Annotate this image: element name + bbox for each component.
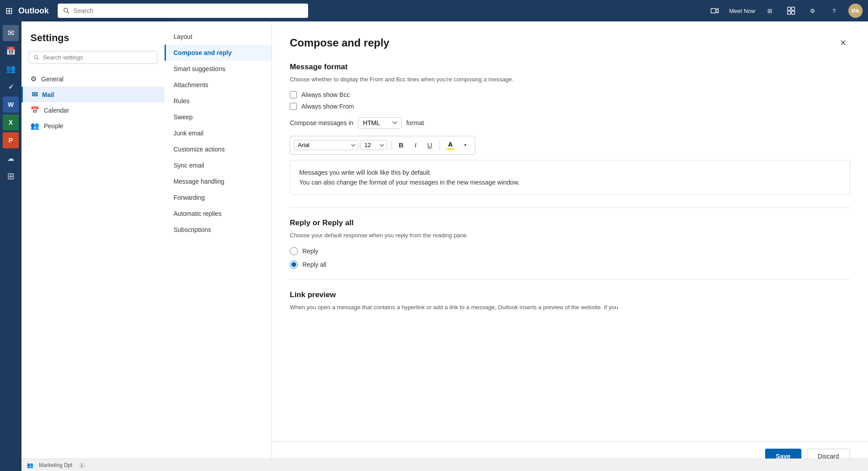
- submenu-layout[interactable]: Layout: [165, 29, 271, 45]
- reply-radio[interactable]: [290, 247, 298, 255]
- people-label: People: [44, 122, 64, 130]
- settings-content: Compose and reply ✕ Message format Choos…: [272, 21, 868, 471]
- reply-all-radio-row: Reply all: [290, 261, 850, 269]
- submenu-smart-suggestions[interactable]: Smart suggestions: [165, 61, 271, 77]
- section-divider-2: [290, 279, 850, 280]
- link-preview-desc: When you open a message that contains a …: [290, 303, 850, 312]
- preview-line2: You can also change the format of your m…: [299, 177, 841, 187]
- always-show-bcc-checkbox[interactable]: [290, 91, 297, 98]
- general-label: General: [41, 76, 64, 83]
- calendar-label: Calendar: [44, 107, 69, 114]
- app-sidebar: ✉ 📅 👥 ✓ W X P ☁ ⊞: [0, 21, 21, 471]
- powerpoint-app-icon[interactable]: P: [3, 132, 19, 148]
- meet-now-icon[interactable]: [707, 4, 722, 18]
- message-preview: Messages you write will look like this b…: [290, 160, 850, 195]
- font-color-button[interactable]: A: [444, 140, 457, 151]
- settings-search-input[interactable]: [43, 54, 152, 61]
- bottom-group-icon: 👥: [27, 462, 34, 468]
- format-dropdown[interactable]: HTML Plain text: [358, 117, 402, 129]
- meet-now-label[interactable]: Meet Now: [729, 8, 755, 14]
- bottom-group-label: Marketing Dpt: [39, 462, 72, 468]
- mail-icon: ✉: [32, 90, 38, 99]
- reply-section-desc: Choose your default response when you re…: [290, 231, 850, 240]
- underline-button[interactable]: U: [423, 139, 436, 151]
- always-show-from-checkbox[interactable]: [290, 103, 297, 110]
- submenu-rules[interactable]: Rules: [165, 93, 271, 109]
- dialog-title: Compose and reply: [290, 37, 390, 49]
- search-icon: [34, 55, 39, 61]
- submenu-forwarding[interactable]: Forwarding: [165, 189, 271, 206]
- font-color-bar: [446, 148, 454, 150]
- settings-title: Settings: [21, 21, 165, 51]
- preview-line1: Messages you write will look like this b…: [299, 168, 841, 177]
- general-icon: ⚙: [30, 75, 37, 83]
- people-app-icon[interactable]: 👥: [3, 61, 19, 77]
- excel-app-icon[interactable]: X: [3, 114, 19, 130]
- settings-search-box[interactable]: [29, 51, 157, 64]
- waffle-icon[interactable]: ⊞: [5, 5, 13, 16]
- mail-label: Mail: [42, 91, 54, 98]
- settings-nav-general[interactable]: ⚙ General: [21, 71, 165, 87]
- submenu-subscriptions[interactable]: Subscriptions: [165, 222, 271, 238]
- always-show-from-row: Always show From: [290, 103, 850, 110]
- svg-line-8: [37, 58, 38, 59]
- link-preview-section: Link preview When you open a message tha…: [290, 290, 850, 312]
- svg-line-1: [68, 12, 69, 13]
- help-icon[interactable]: ?: [827, 4, 841, 18]
- word-app-icon[interactable]: W: [3, 97, 19, 113]
- close-button[interactable]: ✕: [836, 36, 850, 50]
- calendar-app-icon[interactable]: 📅: [3, 43, 19, 59]
- svg-rect-2: [711, 8, 716, 13]
- main-layout: Settings ⚙ General ✉ Mail 📅: [21, 21, 868, 471]
- compose-format-row: Compose messages in HTML Plain text form…: [290, 117, 850, 129]
- always-show-from-label: Always show From: [301, 103, 354, 110]
- svg-rect-6: [792, 11, 795, 14]
- submenu-junk-email[interactable]: Junk email: [165, 125, 271, 141]
- onedrive-app-icon[interactable]: ☁: [3, 150, 19, 166]
- mail-app-icon[interactable]: ✉: [3, 25, 19, 41]
- submenu-sync-email[interactable]: Sync email: [165, 157, 271, 173]
- submenu-automatic-replies[interactable]: Automatic replies: [165, 206, 271, 222]
- settings-icon[interactable]: ⚙: [805, 4, 820, 18]
- link-preview-heading: Link preview: [290, 290, 850, 299]
- svg-point-7: [34, 55, 38, 59]
- italic-button[interactable]: I: [409, 139, 422, 151]
- font-size-select[interactable]: 891011 12141618: [360, 140, 387, 150]
- settings-submenu: Layout Compose and reply Smart suggestio…: [165, 21, 272, 471]
- settings-overlay: Settings ⚙ General ✉ Mail 📅: [21, 21, 868, 471]
- more-apps-icon[interactable]: ⊞: [3, 168, 19, 184]
- settings-nav-people[interactable]: 👥 People: [21, 118, 165, 134]
- view-icon[interactable]: [784, 4, 798, 18]
- reply-all-radio[interactable]: [290, 261, 298, 269]
- submenu-compose-reply[interactable]: Compose and reply: [165, 45, 271, 61]
- font-name-select[interactable]: Arial Calibri Times New Roman Verdana: [294, 140, 359, 150]
- settings-nav-calendar[interactable]: 📅 Calendar: [21, 102, 165, 118]
- settings-nav: ⚙ General ✉ Mail 📅 Calendar 👥 People: [21, 71, 165, 471]
- reply-section: Reply or Reply all Choose your default r…: [290, 219, 850, 269]
- bold-button[interactable]: B: [395, 139, 407, 151]
- app-logo: Outlook: [18, 6, 49, 16]
- submenu-message-handling[interactable]: Message handling: [165, 173, 271, 189]
- reply-section-heading: Reply or Reply all: [290, 219, 850, 227]
- calendar-icon: 📅: [30, 106, 39, 114]
- font-color-dropdown[interactable]: ▾: [459, 139, 471, 151]
- svg-rect-4: [792, 7, 795, 10]
- always-show-bcc-row: Always show Bcc: [290, 91, 850, 98]
- bottom-bar: 👥 Marketing Dpt 1: [21, 458, 868, 471]
- message-format-heading: Message format: [290, 63, 850, 71]
- submenu-attachments[interactable]: Attachments: [165, 77, 271, 93]
- format-suffix: format: [406, 119, 424, 126]
- todo-app-icon[interactable]: ✓: [3, 79, 19, 95]
- apps-icon[interactable]: ⊞: [762, 4, 777, 18]
- topbar: ⊞ Outlook Meet Now ⊞ ⚙ ? PA: [0, 0, 868, 21]
- font-toolbar: Arial Calibri Times New Roman Verdana 89…: [290, 136, 475, 155]
- search-icon: [63, 7, 70, 14]
- submenu-customize-actions[interactable]: Customize actions: [165, 141, 271, 157]
- settings-nav-mail[interactable]: ✉ Mail: [21, 87, 165, 102]
- search-input[interactable]: [73, 7, 303, 14]
- message-format-section: Message format Choose whether to display…: [290, 63, 850, 195]
- avatar[interactable]: PA: [848, 4, 863, 18]
- submenu-sweep[interactable]: Sweep: [165, 109, 271, 125]
- search-bar[interactable]: [58, 4, 308, 18]
- svg-point-0: [64, 8, 68, 12]
